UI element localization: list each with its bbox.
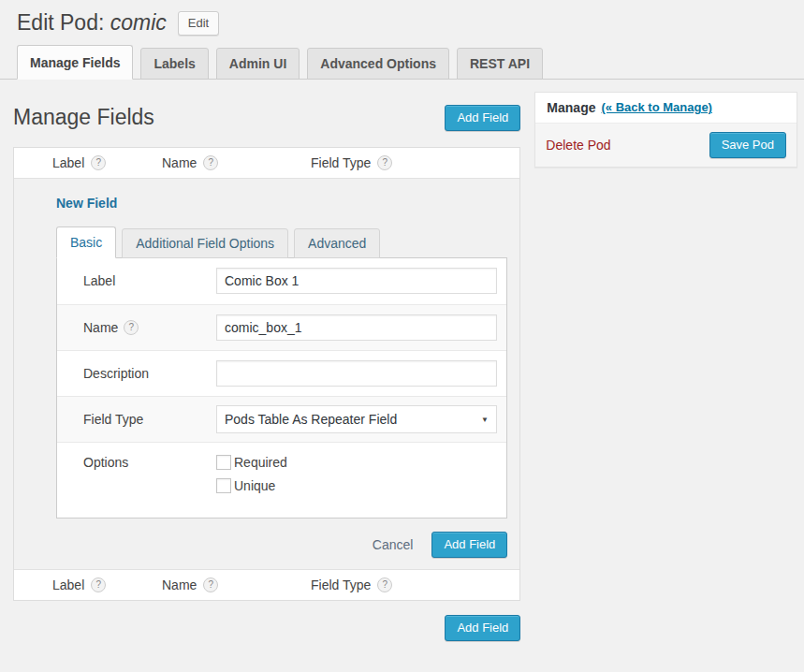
field-type-label: Field Type [57,412,216,427]
fields-table-footer: Label ? Name ? Field Type ? [14,569,519,600]
cancel-link[interactable]: Cancel [373,537,414,552]
pod-name: comic [110,10,167,35]
fields-table-header: Label ? Name ? Field Type ? [14,148,519,179]
column-field-type-text: Field Type [311,155,371,170]
help-icon[interactable]: ? [377,577,392,592]
tab-advanced-options[interactable]: Advanced Options [307,48,449,80]
column-label: Label ? [52,577,162,592]
subtab-basic[interactable]: Basic [56,226,116,258]
manage-panel-title: Manage [547,100,595,115]
help-icon[interactable]: ? [91,155,106,170]
subtab-advanced[interactable]: Advanced [294,228,380,258]
back-to-manage-link[interactable]: (« Back to Manage) [601,100,711,114]
name-field-label-text: Name [83,320,118,335]
column-name: Name ? [162,577,311,592]
column-name-text: Name [162,577,197,592]
field-type-label-text: Field Type [83,412,143,427]
add-field-button-bottom[interactable]: Add Field [445,615,520,641]
name-field-control [216,314,506,341]
label-field-label: Label [57,273,216,288]
page-title: Edit Pod: comic [17,9,167,37]
column-label: Label ? [52,155,162,170]
tab-admin-ui[interactable]: Admin UI [216,48,300,80]
tab-labels[interactable]: Labels [140,48,208,80]
required-checkbox[interactable] [216,455,231,470]
options-field-label: Options [57,455,216,470]
column-name-text: Name [162,155,197,170]
manage-panel-header: Manage (« Back to Manage) [535,93,797,124]
column-field-type: Field Type ? [311,155,519,170]
help-icon[interactable]: ? [91,577,106,592]
manage-fields-heading: Manage Fields [13,104,154,132]
tab-manage-fields[interactable]: Manage Fields [17,45,133,80]
page-title-prefix: Edit Pod: [17,10,104,35]
editor-actions: Cancel Add Field [56,532,507,558]
column-label-text: Label [52,155,84,170]
column-name: Name ? [162,155,311,170]
form-row-field-type: Field Type Pods Table As Repeater Field … [57,396,506,442]
edit-pod-name-button[interactable]: Edit [178,11,219,36]
manage-fields-header: Manage Fields Add Field [13,104,520,132]
manage-panel-body: Delete Pod Save Pod [535,124,797,167]
save-pod-button[interactable]: Save Pod [709,132,786,158]
description-field-label-text: Description [83,366,149,381]
add-field-button-top[interactable]: Add Field [445,105,520,131]
name-field-label: Name ? [57,320,216,335]
page-titlebar: Edit Pod: comic Edit [0,0,804,37]
delete-pod-link[interactable]: Delete Pod [546,138,610,153]
field-type-select-wrap: Pods Table As Repeater Field ▼ [216,405,497,433]
help-icon[interactable]: ? [124,320,139,335]
add-field-submit-button[interactable]: Add Field [431,532,507,558]
bottom-actions: Add Field [13,615,520,641]
form-row-options: Options Required Unique [57,442,506,518]
label-field-control [216,268,506,294]
options-checkbox-list: Required Unique [216,455,506,493]
form-row-label: Label [57,258,506,304]
help-icon[interactable]: ? [203,577,218,592]
pod-nav-tabs: Manage Fields Labels Admin UI Advanced O… [0,45,804,80]
manage-panel: Manage (« Back to Manage) Delete Pod Sav… [534,92,797,168]
field-editor-tabs: Basic Additional Field Options Advanced [56,226,507,257]
column-field-type: Field Type ? [311,577,519,592]
subtab-additional-field-options[interactable]: Additional Field Options [122,228,288,258]
field-type-control: Pods Table As Repeater Field ▼ [216,405,506,433]
form-row-description: Description [57,350,506,396]
required-checkbox-label: Required [234,455,287,470]
column-field-type-text: Field Type [311,577,371,592]
fields-table: Label ? Name ? Field Type ? New Field Ba… [13,147,520,601]
options-field-label-text: Options [83,455,128,470]
help-icon[interactable]: ? [203,155,218,170]
tab-rest-api[interactable]: REST API [457,48,543,80]
options-field-control: Required Unique [216,455,506,493]
field-basic-form: Label Name ? [56,257,507,519]
sidebar: Manage (« Back to Manage) Delete Pod Sav… [534,92,797,168]
content-columns: Manage Fields Add Field Label ? Name ? F… [0,80,804,641]
field-type-select[interactable]: Pods Table As Repeater Field [216,405,497,433]
unique-checkbox[interactable] [216,478,231,493]
column-label-text: Label [52,577,84,592]
help-icon[interactable]: ? [377,155,392,170]
new-field-editor: New Field Basic Additional Field Options… [14,179,519,569]
name-input[interactable] [216,314,497,341]
description-input[interactable] [216,360,497,387]
form-row-name: Name ? [57,304,506,350]
unique-checkbox-item[interactable]: Unique [216,478,506,493]
description-field-label: Description [57,366,216,381]
label-field-label-text: Label [83,273,115,288]
unique-checkbox-label: Unique [234,478,275,493]
manage-fields-column: Manage Fields Add Field Label ? Name ? F… [13,80,520,641]
label-input[interactable] [216,268,497,294]
new-field-title: New Field [56,196,507,211]
description-field-control [216,360,506,387]
required-checkbox-item[interactable]: Required [216,455,506,470]
